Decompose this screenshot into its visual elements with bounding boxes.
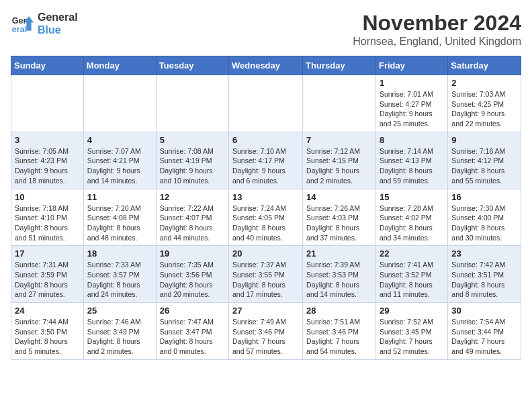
calendar-cell: 18Sunrise: 7:33 AM Sunset: 3:57 PM Dayli…	[83, 246, 156, 303]
logo-text: General	[38, 11, 78, 24]
week-row-2: 3Sunrise: 7:05 AM Sunset: 4:23 PM Daylig…	[11, 132, 521, 189]
day-number: 9	[451, 135, 517, 145]
calendar-table: SundayMondayTuesdayWednesdayThursdayFrid…	[11, 56, 521, 360]
header-thursday: Thursday	[303, 56, 376, 75]
day-info: Sunrise: 7:30 AM Sunset: 4:00 PM Dayligh…	[451, 203, 517, 243]
calendar-cell: 24Sunrise: 7:44 AM Sunset: 3:50 PM Dayli…	[11, 303, 84, 360]
header-tuesday: Tuesday	[156, 56, 228, 75]
svg-text:eral: eral	[12, 25, 27, 34]
day-number: 19	[160, 248, 225, 259]
day-number: 5	[160, 135, 225, 145]
calendar-cell: 6Sunrise: 7:10 AM Sunset: 4:17 PM Daylig…	[229, 132, 303, 189]
day-number: 3	[15, 135, 80, 145]
day-info: Sunrise: 7:07 AM Sunset: 4:21 PM Dayligh…	[87, 146, 152, 186]
day-number: 27	[232, 306, 299, 316]
day-info: Sunrise: 7:01 AM Sunset: 4:27 PM Dayligh…	[380, 89, 444, 129]
day-number: 17	[15, 248, 80, 259]
day-info: Sunrise: 7:47 AM Sunset: 3:47 PM Dayligh…	[160, 317, 225, 357]
day-number: 30	[451, 306, 517, 316]
header-friday: Friday	[375, 56, 447, 75]
calendar-subtitle: Hornsea, England, United Kingdom	[353, 36, 521, 48]
calendar-cell: 9Sunrise: 7:16 AM Sunset: 4:12 PM Daylig…	[448, 132, 521, 189]
header-sunday: Sunday	[11, 56, 84, 75]
day-number: 15	[380, 192, 444, 202]
day-info: Sunrise: 7:44 AM Sunset: 3:50 PM Dayligh…	[15, 317, 80, 357]
calendar-cell: 10Sunrise: 7:18 AM Sunset: 4:10 PM Dayli…	[11, 189, 84, 246]
day-info: Sunrise: 7:54 AM Sunset: 3:44 PM Dayligh…	[451, 317, 517, 357]
calendar-cell: 12Sunrise: 7:22 AM Sunset: 4:07 PM Dayli…	[156, 189, 228, 246]
logo-icon: Gen eral	[11, 11, 35, 36]
calendar-title: November 2024	[353, 11, 521, 36]
calendar-cell: 4Sunrise: 7:07 AM Sunset: 4:21 PM Daylig…	[83, 132, 156, 189]
week-row-1: 1Sunrise: 7:01 AM Sunset: 4:27 PM Daylig…	[11, 75, 521, 132]
calendar-cell: 5Sunrise: 7:08 AM Sunset: 4:19 PM Daylig…	[156, 132, 228, 189]
week-row-3: 10Sunrise: 7:18 AM Sunset: 4:10 PM Dayli…	[11, 189, 521, 246]
calendar-cell: 14Sunrise: 7:26 AM Sunset: 4:03 PM Dayli…	[303, 189, 376, 246]
day-info: Sunrise: 7:39 AM Sunset: 3:53 PM Dayligh…	[306, 260, 372, 300]
calendar-cell: 11Sunrise: 7:20 AM Sunset: 4:08 PM Dayli…	[83, 189, 156, 246]
calendar-cell: 30Sunrise: 7:54 AM Sunset: 3:44 PM Dayli…	[448, 303, 521, 360]
day-info: Sunrise: 7:20 AM Sunset: 4:08 PM Dayligh…	[87, 203, 152, 243]
day-number: 2	[451, 78, 517, 88]
week-row-4: 17Sunrise: 7:31 AM Sunset: 3:59 PM Dayli…	[11, 246, 521, 303]
day-number: 11	[87, 192, 152, 202]
day-number: 7	[306, 135, 372, 145]
day-number: 21	[306, 248, 372, 259]
calendar-cell: 20Sunrise: 7:37 AM Sunset: 3:55 PM Dayli…	[229, 246, 303, 303]
calendar-cell: 29Sunrise: 7:52 AM Sunset: 3:45 PM Dayli…	[375, 303, 447, 360]
page-header: Gen eral General Blue November 2024 Horn…	[11, 11, 521, 48]
day-info: Sunrise: 7:12 AM Sunset: 4:15 PM Dayligh…	[306, 146, 372, 186]
day-info: Sunrise: 7:08 AM Sunset: 4:19 PM Dayligh…	[160, 146, 225, 186]
day-info: Sunrise: 7:03 AM Sunset: 4:25 PM Dayligh…	[451, 89, 517, 129]
header-row: SundayMondayTuesdayWednesdayThursdayFrid…	[11, 56, 521, 75]
day-number: 23	[451, 248, 517, 259]
day-number: 22	[380, 248, 444, 259]
day-number: 14	[306, 192, 372, 202]
calendar-cell: 15Sunrise: 7:28 AM Sunset: 4:02 PM Dayli…	[375, 189, 447, 246]
calendar-cell: 26Sunrise: 7:47 AM Sunset: 3:47 PM Dayli…	[156, 303, 228, 360]
day-info: Sunrise: 7:41 AM Sunset: 3:52 PM Dayligh…	[380, 260, 444, 300]
day-number: 13	[232, 192, 299, 202]
day-number: 6	[232, 135, 299, 145]
day-info: Sunrise: 7:51 AM Sunset: 3:46 PM Dayligh…	[306, 317, 372, 357]
day-info: Sunrise: 7:05 AM Sunset: 4:23 PM Dayligh…	[15, 146, 80, 186]
calendar-cell: 13Sunrise: 7:24 AM Sunset: 4:05 PM Dayli…	[229, 189, 303, 246]
calendar-cell: 28Sunrise: 7:51 AM Sunset: 3:46 PM Dayli…	[303, 303, 376, 360]
calendar-cell	[11, 75, 84, 132]
header-wednesday: Wednesday	[229, 56, 303, 75]
day-number: 29	[380, 306, 444, 316]
title-block: November 2024 Hornsea, England, United K…	[353, 11, 521, 48]
week-row-5: 24Sunrise: 7:44 AM Sunset: 3:50 PM Dayli…	[11, 303, 521, 360]
day-number: 18	[87, 248, 152, 259]
day-info: Sunrise: 7:16 AM Sunset: 4:12 PM Dayligh…	[451, 146, 517, 186]
calendar-cell	[83, 75, 156, 132]
logo-subtext: Blue	[38, 24, 78, 36]
day-info: Sunrise: 7:14 AM Sunset: 4:13 PM Dayligh…	[380, 146, 444, 186]
day-info: Sunrise: 7:31 AM Sunset: 3:59 PM Dayligh…	[15, 260, 80, 300]
calendar-cell: 19Sunrise: 7:35 AM Sunset: 3:56 PM Dayli…	[156, 246, 228, 303]
calendar-cell: 22Sunrise: 7:41 AM Sunset: 3:52 PM Dayli…	[375, 246, 447, 303]
day-info: Sunrise: 7:33 AM Sunset: 3:57 PM Dayligh…	[87, 260, 152, 300]
calendar-cell: 17Sunrise: 7:31 AM Sunset: 3:59 PM Dayli…	[11, 246, 84, 303]
day-info: Sunrise: 7:37 AM Sunset: 3:55 PM Dayligh…	[232, 260, 299, 300]
day-info: Sunrise: 7:46 AM Sunset: 3:49 PM Dayligh…	[87, 317, 152, 357]
day-number: 1	[380, 78, 444, 88]
calendar-cell	[303, 75, 376, 132]
day-info: Sunrise: 7:28 AM Sunset: 4:02 PM Dayligh…	[380, 203, 444, 243]
calendar-cell: 16Sunrise: 7:30 AM Sunset: 4:00 PM Dayli…	[448, 189, 521, 246]
day-number: 25	[87, 306, 152, 316]
day-info: Sunrise: 7:49 AM Sunset: 3:46 PM Dayligh…	[232, 317, 299, 357]
calendar-cell: 2Sunrise: 7:03 AM Sunset: 4:25 PM Daylig…	[448, 75, 521, 132]
day-number: 26	[160, 306, 225, 316]
day-info: Sunrise: 7:22 AM Sunset: 4:07 PM Dayligh…	[160, 203, 225, 243]
day-info: Sunrise: 7:24 AM Sunset: 4:05 PM Dayligh…	[232, 203, 299, 243]
calendar-cell: 25Sunrise: 7:46 AM Sunset: 3:49 PM Dayli…	[83, 303, 156, 360]
calendar-cell	[156, 75, 228, 132]
calendar-cell	[229, 75, 303, 132]
calendar-cell: 7Sunrise: 7:12 AM Sunset: 4:15 PM Daylig…	[303, 132, 376, 189]
day-number: 28	[306, 306, 372, 316]
calendar-cell: 3Sunrise: 7:05 AM Sunset: 4:23 PM Daylig…	[11, 132, 84, 189]
header-saturday: Saturday	[448, 56, 521, 75]
day-number: 10	[15, 192, 80, 202]
day-number: 20	[232, 248, 299, 259]
